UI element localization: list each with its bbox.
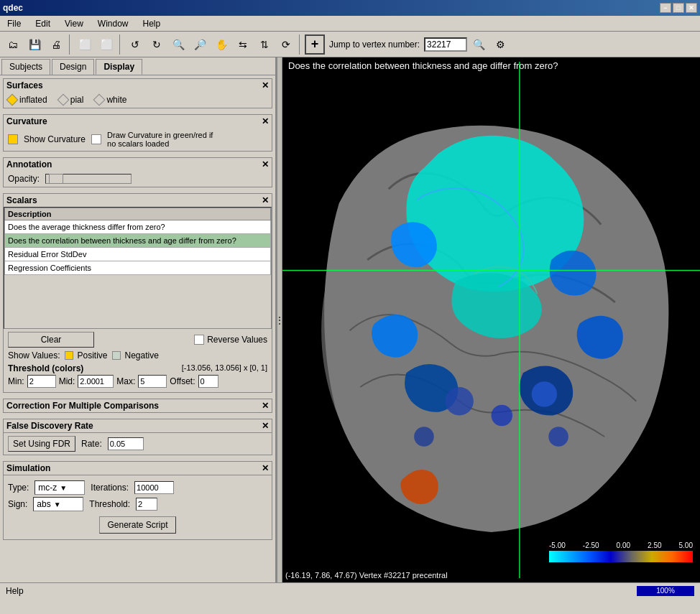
correction-close[interactable]: ✕ xyxy=(262,401,269,411)
restore-button[interactable]: □ xyxy=(673,3,684,13)
show-curvature-label: Show Curvature xyxy=(24,134,86,144)
fdr-button[interactable]: Set Using FDR xyxy=(8,436,75,452)
white-icon xyxy=(93,94,106,106)
offset-input[interactable] xyxy=(198,375,218,388)
zoom-in-btn[interactable]: 🔎 xyxy=(190,34,210,55)
reverse-label: Reverse Values xyxy=(207,335,267,345)
brain-canvas[interactable] xyxy=(282,57,700,582)
curvature-close[interactable]: ✕ xyxy=(262,116,269,126)
scale-label-3: 0.00 xyxy=(617,541,630,549)
mid-label: Mid: xyxy=(59,376,75,386)
draw-curvature-checkbox[interactable] xyxy=(91,134,101,144)
sim-sign-dropdown[interactable]: abs ▼ xyxy=(33,497,83,511)
surface-item-pial[interactable]: pial xyxy=(59,95,84,105)
surface-item-white[interactable]: white xyxy=(95,95,126,105)
minimize-button[interactable]: − xyxy=(660,3,671,13)
sim-close[interactable]: ✕ xyxy=(262,463,269,473)
tab-display[interactable]: Display xyxy=(96,59,142,75)
pial-icon xyxy=(57,94,69,106)
scalars-header: Scalars ✕ xyxy=(4,194,272,207)
correction-title: Correction For Multiple Comparisons xyxy=(6,401,159,411)
scalars-section: Scalars ✕ Description Does the average t… xyxy=(3,193,272,393)
menu-view[interactable]: View xyxy=(60,17,88,30)
scalars-controls: Clear Reverse Values Show Values: Positi… xyxy=(4,329,272,392)
menu-edit[interactable]: Edit xyxy=(31,17,55,30)
save-button[interactable]: 💾 xyxy=(24,34,45,55)
pan-btn[interactable]: ✋ xyxy=(211,34,231,55)
svg-point-6 xyxy=(548,427,568,447)
fdr-close[interactable]: ✕ xyxy=(262,421,269,431)
scalars-table: Description Does the average thickness d… xyxy=(4,208,271,275)
opacity-slider[interactable] xyxy=(45,174,132,184)
sim-sign-value: abs xyxy=(37,499,50,509)
status-bar: Help 100% xyxy=(0,582,700,598)
menu-file[interactable]: File xyxy=(3,17,25,30)
sim-type-dropdown[interactable]: mc-z ▼ xyxy=(34,480,85,495)
reset-btn[interactable]: ⟳ xyxy=(276,34,296,55)
max-label: Max: xyxy=(116,376,135,386)
open-button[interactable]: 🗂 xyxy=(3,34,23,55)
sim-type-label: Type: xyxy=(8,483,29,493)
gen-script-button[interactable]: Generate Script xyxy=(99,516,175,534)
fdr-rate-label: Rate: xyxy=(81,439,102,449)
scalars-list-scroll[interactable]: Description Does the average thickness d… xyxy=(4,207,272,329)
scalars-close[interactable]: ✕ xyxy=(262,195,269,205)
brain-title: Does the correlation between thickness a… xyxy=(282,57,700,74)
scalar-row-4[interactable]: Regression Coefficients xyxy=(5,261,271,275)
rotate-left-btn[interactable]: ↺ xyxy=(125,34,145,55)
jump-extra-btn[interactable]: ⚙ xyxy=(490,34,510,55)
menu-window[interactable]: Window xyxy=(93,17,133,30)
sim-content: Type: mc-z ▼ Iterations: Sign: abs ▼ Thr… xyxy=(4,475,272,539)
crosshair-btn[interactable]: + xyxy=(305,34,325,55)
flip-h-btn[interactable]: ⇆ xyxy=(233,34,253,55)
sim-threshold-input[interactable] xyxy=(136,498,157,511)
correction-section: Correction For Multiple Comparisons ✕ xyxy=(3,399,272,413)
jump-search-btn[interactable]: 🔍 xyxy=(469,34,489,55)
surfaces-close[interactable]: ✕ xyxy=(262,80,269,90)
clear-button[interactable]: Clear xyxy=(8,332,94,348)
close-button[interactable]: ✕ xyxy=(686,3,697,13)
curvature-section: Curvature ✕ Show Curvature Draw Curvatur… xyxy=(3,114,272,152)
rotate-right-btn[interactable]: ↻ xyxy=(147,34,167,55)
panel-divider[interactable]: ⋮ xyxy=(277,57,282,582)
jump-input[interactable] xyxy=(424,37,467,52)
tool-btn-1[interactable]: ⬜ xyxy=(75,34,95,55)
sim-sign-row: Sign: abs ▼ Threshold: xyxy=(8,497,267,511)
print-button[interactable]: 🖨 xyxy=(46,34,66,55)
min-input[interactable] xyxy=(27,375,56,388)
threshold-range: [-13.056, 13.056] x [0, 1] xyxy=(182,363,267,373)
tab-design[interactable]: Design xyxy=(52,59,94,75)
scalar-row-3[interactable]: Residual Error StdDev xyxy=(5,248,271,261)
show-curvature-checkbox[interactable] xyxy=(8,134,18,144)
curvature-title: Curvature xyxy=(6,116,47,126)
scale-label-1: -5.00 xyxy=(549,541,566,549)
toolbar-sep3 xyxy=(299,34,302,55)
title-bar: qdec − □ ✕ xyxy=(0,0,700,16)
scalars-title: Scalars xyxy=(6,195,37,205)
sim-iterations-input[interactable] xyxy=(134,481,174,494)
window-title: qdec xyxy=(3,3,23,13)
scale-label-4: 2.50 xyxy=(648,541,661,549)
menu-bar: File Edit View Window Help xyxy=(0,16,700,32)
surface-item-inflated[interactable]: inflated xyxy=(8,95,47,105)
scale-label-2: -2.50 xyxy=(583,541,599,549)
opacity-label: Opacity: xyxy=(8,174,40,184)
scalar-label-1: Does the average thickness differ from z… xyxy=(5,220,271,234)
scalar-row-1[interactable]: Does the average thickness differ from z… xyxy=(5,220,271,234)
menu-help[interactable]: Help xyxy=(139,17,165,30)
negative-icon xyxy=(112,351,121,360)
progress-bar: 100% xyxy=(637,586,694,596)
scalar-row-2[interactable]: Does the correlation between thickness a… xyxy=(5,234,271,248)
sim-title: Simulation xyxy=(6,463,50,473)
tab-subjects[interactable]: Subjects xyxy=(1,59,50,75)
annotation-close[interactable]: ✕ xyxy=(262,159,269,169)
fdr-rate-input[interactable] xyxy=(108,437,144,450)
tool-btn-2[interactable]: ⬜ xyxy=(96,34,116,55)
mid-input[interactable] xyxy=(78,375,114,388)
max-input[interactable] xyxy=(138,375,167,388)
tabs: Subjects Design Display xyxy=(0,57,275,75)
color-scale-labels: -5.00 -2.50 0.00 2.50 5.00 xyxy=(549,541,693,549)
flip-v-btn[interactable]: ⇅ xyxy=(254,34,275,55)
zoom-out-btn[interactable]: 🔍 xyxy=(168,34,188,55)
reverse-checkbox[interactable] xyxy=(194,335,204,345)
